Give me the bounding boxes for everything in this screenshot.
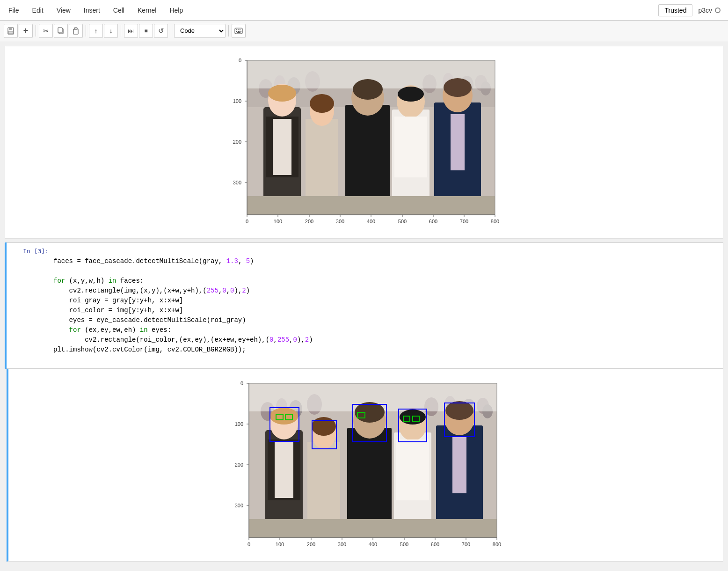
code-line-5: roi_gray = gray[y:y+h, x:x+w] bbox=[53, 297, 183, 304]
plot2-image-area: 0 100 200 300 0 100 200 300 400 500 600 bbox=[8, 369, 723, 561]
svg-rect-1 bbox=[9, 28, 12, 30]
code-line-2 bbox=[53, 267, 57, 275]
svg-rect-9 bbox=[238, 29, 239, 30]
restart-button[interactable]: ↺ bbox=[154, 24, 168, 38]
code-content-3[interactable]: faces = face_cascade.detectMultiScale(gr… bbox=[53, 247, 723, 365]
svg-text:200: 200 bbox=[234, 462, 243, 468]
menu-view[interactable]: View bbox=[56, 5, 72, 16]
code-line-3: for (x,y,w,h) in faces: bbox=[53, 277, 144, 285]
scissors-icon: ✂ bbox=[43, 27, 49, 35]
svg-rect-8 bbox=[236, 29, 237, 30]
svg-point-104 bbox=[312, 417, 336, 436]
svg-text:400: 400 bbox=[367, 219, 375, 224]
menubar-left: File Edit View Insert Cell Kernel Help bbox=[7, 5, 184, 16]
menu-insert[interactable]: Insert bbox=[83, 5, 101, 16]
svg-text:500: 500 bbox=[400, 542, 408, 547]
toolbar-sep-2 bbox=[86, 25, 86, 37]
menu-file[interactable]: File bbox=[7, 5, 20, 16]
kernel-name: p3cv bbox=[698, 7, 712, 14]
toolbar-sep-4 bbox=[171, 25, 171, 37]
svg-point-43 bbox=[268, 85, 296, 102]
toolbar-sep-5 bbox=[228, 25, 229, 37]
keyboard-shortcuts-button[interactable] bbox=[232, 24, 246, 38]
code-line-6: roi_color = img[y:y+h, x:x+w] bbox=[53, 307, 183, 314]
svg-text:100: 100 bbox=[274, 219, 282, 224]
interrupt-button[interactable]: ■ bbox=[139, 24, 153, 38]
svg-rect-108 bbox=[249, 519, 497, 538]
svg-rect-92 bbox=[275, 442, 293, 498]
trusted-button[interactable]: Trusted bbox=[658, 4, 692, 16]
copy-button[interactable] bbox=[54, 24, 68, 38]
run-next-button[interactable]: ⏭ bbox=[124, 24, 138, 38]
svg-text:0: 0 bbox=[247, 542, 250, 547]
svg-text:400: 400 bbox=[368, 542, 377, 547]
svg-point-44 bbox=[310, 94, 334, 113]
svg-text:100: 100 bbox=[233, 98, 241, 104]
svg-text:100: 100 bbox=[234, 421, 243, 427]
svg-rect-4 bbox=[58, 28, 62, 33]
add-cell-button[interactable]: + bbox=[19, 24, 33, 38]
svg-text:300: 300 bbox=[234, 503, 243, 508]
svg-text:0: 0 bbox=[240, 381, 243, 386]
keyboard-icon bbox=[234, 28, 243, 34]
toolbar-sep-1 bbox=[36, 25, 36, 37]
svg-rect-11 bbox=[236, 31, 237, 32]
paste-icon bbox=[73, 27, 79, 35]
toolbar: + ✂ ↑ ↓ ⏭ ■ ↺ Code Markdown Raw NBConver… bbox=[0, 21, 728, 41]
svg-text:300: 300 bbox=[337, 542, 346, 547]
code-cell-3[interactable]: In [3]: faces = face_cascade.detectMulti… bbox=[7, 242, 723, 369]
code-line-10: plt.imshow(cv2.cvtColor(img, cv2.COLOR_B… bbox=[53, 346, 246, 353]
svg-rect-13 bbox=[240, 31, 241, 32]
output-plot-1: 0 100 200 300 0 100 200 bbox=[5, 46, 723, 239]
save-icon bbox=[7, 27, 15, 35]
arrow-down-icon: ↓ bbox=[109, 27, 113, 35]
menu-cell[interactable]: Cell bbox=[112, 5, 125, 16]
svg-rect-12 bbox=[238, 31, 240, 32]
plus-icon: + bbox=[23, 26, 29, 36]
cell-type-select[interactable]: Code Markdown Raw NBConvert bbox=[174, 24, 226, 38]
svg-text:700: 700 bbox=[461, 542, 470, 547]
svg-text:200: 200 bbox=[306, 542, 315, 547]
cell-3-wrapper: In [3]: faces = face_cascade.detectMulti… bbox=[0, 242, 728, 369]
svg-text:300: 300 bbox=[233, 180, 241, 185]
move-up-button[interactable]: ↑ bbox=[89, 24, 103, 38]
paste-button[interactable] bbox=[69, 24, 83, 38]
plot1-image-area: 0 100 200 300 0 100 200 bbox=[5, 46, 723, 238]
notebook: 0 100 200 300 0 100 200 bbox=[0, 41, 728, 571]
menu-edit[interactable]: Edit bbox=[31, 5, 44, 16]
svg-rect-99 bbox=[396, 439, 429, 500]
svg-text:300: 300 bbox=[336, 219, 344, 224]
menubar-right: Trusted p3cv bbox=[658, 4, 721, 16]
svg-text:800: 800 bbox=[491, 219, 499, 224]
code-line-1: faces = face_cascade.detectMultiScale(gr… bbox=[53, 257, 254, 265]
output-plot-2: 0 100 200 300 0 100 200 300 400 500 600 bbox=[7, 369, 723, 562]
svg-rect-39 bbox=[394, 117, 427, 177]
svg-rect-42 bbox=[451, 114, 465, 170]
cut-button[interactable]: ✂ bbox=[39, 24, 53, 38]
svg-rect-2 bbox=[8, 31, 13, 34]
svg-rect-102 bbox=[452, 437, 466, 493]
step-icon: ⏭ bbox=[128, 27, 134, 35]
kernel-info: p3cv bbox=[698, 7, 721, 14]
move-down-button[interactable]: ↓ bbox=[104, 24, 118, 38]
code-line-4: cv2.rectangle(img,(x,y),(x+w,y+h),(255,0… bbox=[53, 287, 250, 294]
kernel-status-circle bbox=[715, 7, 721, 13]
svg-text:0: 0 bbox=[246, 219, 248, 224]
svg-text:200: 200 bbox=[305, 219, 313, 224]
code-line-8: for (ex,ey,ew,eh) in eyes: bbox=[53, 326, 171, 334]
menu-help[interactable]: Help bbox=[168, 5, 184, 16]
menubar: File Edit View Insert Cell Kernel Help T… bbox=[0, 0, 728, 21]
menu-kernel[interactable]: Kernel bbox=[137, 5, 157, 16]
restart-icon: ↺ bbox=[158, 27, 164, 35]
svg-text:600: 600 bbox=[429, 219, 437, 224]
svg-point-45 bbox=[353, 79, 383, 100]
save-button[interactable] bbox=[4, 24, 18, 38]
svg-text:500: 500 bbox=[398, 219, 407, 224]
svg-rect-31 bbox=[273, 119, 291, 175]
copy-icon bbox=[58, 27, 64, 35]
svg-rect-48 bbox=[247, 196, 495, 215]
svg-rect-95 bbox=[347, 428, 392, 533]
plot1-svg: 0 100 200 300 0 100 200 bbox=[219, 51, 509, 234]
stop-icon: ■ bbox=[144, 28, 147, 34]
toolbar-sep-3 bbox=[121, 25, 121, 37]
